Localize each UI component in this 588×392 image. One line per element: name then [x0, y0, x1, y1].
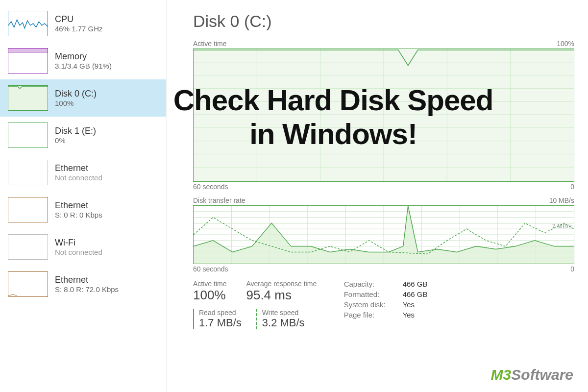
- ethernet-thumb-icon: [8, 160, 48, 185]
- write-speed-value: 3.2 MB/s: [262, 317, 305, 329]
- axis-right: 0: [570, 183, 574, 191]
- formatted-label: Formatted:: [344, 290, 403, 298]
- ethernet-thumb-icon: [8, 197, 48, 222]
- read-speed-value: 1.7 MB/s: [199, 317, 242, 329]
- main-panel: Disk 0 (C:) Active time 100% 60 seconds …: [167, 0, 588, 392]
- capacity-label: Capacity:: [344, 280, 403, 288]
- sidebar-item-memory[interactable]: Memory 3.1/3.4 GB (91%): [0, 42, 166, 79]
- active-time-chart: [193, 49, 574, 182]
- active-time-max: 100%: [557, 40, 574, 48]
- axis-right-2: 0: [570, 265, 574, 273]
- disk-thumb-icon: [8, 122, 48, 148]
- system-disk-value: Yes: [403, 300, 415, 309]
- wifi-thumb-icon: [8, 234, 48, 260]
- avg-response-value: 95.4 ms: [246, 288, 317, 303]
- avg-response-label: Average response time: [246, 280, 317, 288]
- sidebar-item-sub: 100%: [55, 99, 97, 107]
- system-disk-label: System disk:: [344, 300, 403, 309]
- active-time-label: Active time: [193, 40, 226, 48]
- disk-thumb-icon: [8, 85, 48, 111]
- transfer-rate-chart: 7 MB/s: [193, 205, 574, 264]
- svg-rect-0: [8, 49, 48, 52]
- sidebar-item-title: CPU: [55, 14, 103, 24]
- sidebar-item-sub: 3.1/3.4 GB (91%): [55, 62, 112, 70]
- sidebar-item-sub: Not connected: [55, 173, 102, 182]
- stats-section: Active time 100% Average response time 9…: [193, 280, 574, 329]
- sidebar-item-sub: Not connected: [55, 248, 102, 256]
- sidebar-item-ethernet-1[interactable]: Ethernet Not connected: [0, 154, 166, 191]
- sidebar-item-cpu[interactable]: CPU 46% 1.77 GHz: [0, 5, 166, 42]
- sidebar-item-title: Ethernet: [55, 200, 102, 211]
- sidebar-item-wifi[interactable]: Wi-Fi Not connected: [0, 228, 166, 266]
- sidebar-item-disk0[interactable]: Disk 0 (C:) 100%: [0, 79, 166, 117]
- sidebar-item-title: Ethernet: [55, 163, 102, 173]
- sidebar-item-disk1[interactable]: Disk 1 (E:) 0%: [0, 117, 166, 154]
- cpu-thumb-icon: [8, 11, 48, 36]
- transfer-label: Disk transfer rate: [193, 196, 245, 204]
- sidebar-item-title: Wi-Fi: [55, 238, 102, 248]
- sidebar[interactable]: CPU 46% 1.77 GHz Memory 3.1/3.4 GB (91%): [0, 0, 167, 392]
- write-speed-label: Write speed: [262, 309, 305, 317]
- m3-software-logo: M3Software: [491, 367, 573, 383]
- read-speed-label: Read speed: [199, 309, 242, 317]
- active-time-stat-label: Active time: [193, 280, 226, 288]
- sidebar-item-ethernet-2[interactable]: Ethernet S: 0 R: 0 Kbps: [0, 191, 166, 228]
- sidebar-item-title: Disk 1 (E:): [55, 126, 96, 136]
- active-time-stat-value: 100%: [193, 288, 226, 303]
- sidebar-item-sub: S: 8.0 R: 72.0 Kbps: [55, 285, 119, 294]
- sidebar-item-title: Disk 0 (C:): [55, 89, 97, 99]
- transfer-max: 10 MB/s: [549, 196, 574, 204]
- sidebar-item-sub: 0%: [55, 136, 96, 145]
- sidebar-item-title: Memory: [55, 51, 112, 62]
- memory-thumb-icon: [8, 48, 48, 74]
- page-file-value: Yes: [403, 311, 415, 319]
- sidebar-item-sub: S: 0 R: 0 Kbps: [55, 211, 102, 219]
- sidebar-item-sub: 46% 1.77 GHz: [55, 24, 103, 33]
- axis-left: 60 seconds: [193, 183, 228, 191]
- page-title: Disk 0 (C:): [193, 12, 574, 31]
- ethernet-thumb-icon: [8, 271, 48, 297]
- page-file-label: Page file:: [344, 311, 403, 319]
- sidebar-item-title: Ethernet: [55, 275, 119, 285]
- formatted-value: 466 GB: [403, 290, 428, 298]
- axis-left-2: 60 seconds: [193, 265, 228, 273]
- sidebar-item-ethernet-3[interactable]: Ethernet S: 8.0 R: 72.0 Kbps: [0, 266, 166, 303]
- capacity-value: 466 GB: [403, 280, 428, 288]
